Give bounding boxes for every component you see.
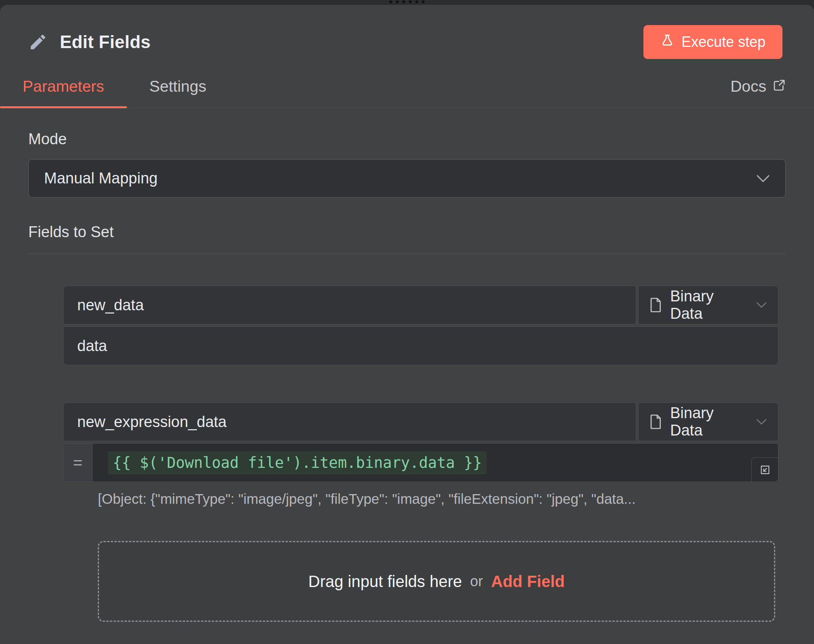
drop-zone-text: Drag input fields here [308,572,462,591]
docs-link[interactable]: Docs [730,78,786,107]
field-name-input[interactable]: new_expression_data [63,402,636,441]
section-divider [28,254,786,254]
execute-step-button[interactable]: Execute step [643,25,782,59]
tab-bar: Parameters Settings Docs [0,78,814,108]
parameters-panel: Mode Manual Mapping Fields to Set new_da… [0,130,814,622]
expand-expression-button[interactable] [751,457,778,482]
expression-result-preview: [Object: {"mimeType": "image/jpeg", "fil… [98,491,778,507]
fields-list: new_data Binary Data [63,286,778,622]
header: Edit Fields Execute step [0,5,814,59]
pencil-icon [28,32,48,52]
execute-step-label: Execute step [681,34,765,51]
field-type-select[interactable]: Binary Data [638,402,778,441]
drag-drop-zone[interactable]: Drag input fields here or Add Field [98,541,775,622]
mode-select-value: Manual Mapping [44,170,158,187]
mode-label: Mode [28,130,786,148]
flask-icon [660,34,674,51]
field-name-input[interactable]: new_data [63,286,636,324]
field-type-label: Binary Data [670,404,748,439]
drop-zone-or: or [470,573,483,590]
tab-parameters[interactable]: Parameters [0,78,127,107]
field-row: new_expression_data Binary Data [63,402,778,482]
chevron-down-icon [756,302,767,308]
chevron-down-icon [756,419,767,425]
docs-label: Docs [730,78,766,95]
file-icon [650,298,662,312]
field-type-label: Binary Data [670,288,748,322]
node-settings-panel: Edit Fields Execute step Parameters Sett… [0,5,814,644]
chevron-down-icon [756,175,770,183]
panel-drag-handle[interactable] [390,0,425,3]
field-value-input[interactable]: data [63,326,778,365]
page-title: Edit Fields [60,32,151,52]
mode-select[interactable]: Manual Mapping [28,159,786,198]
expression-value-input[interactable]: = {{ $('Download file').item.binary.data… [63,443,778,482]
file-icon [650,415,662,429]
external-link-icon [773,78,786,95]
expression-equals-badge: = [63,444,93,482]
tab-settings[interactable]: Settings [127,78,229,107]
fields-to-set-label: Fields to Set [28,223,786,241]
add-field-button[interactable]: Add Field [491,572,565,591]
expression-code[interactable]: {{ $('Download file').item.binary.data }… [108,451,487,474]
field-type-select[interactable]: Binary Data [638,286,778,324]
field-row: new_data Binary Data [63,286,778,365]
